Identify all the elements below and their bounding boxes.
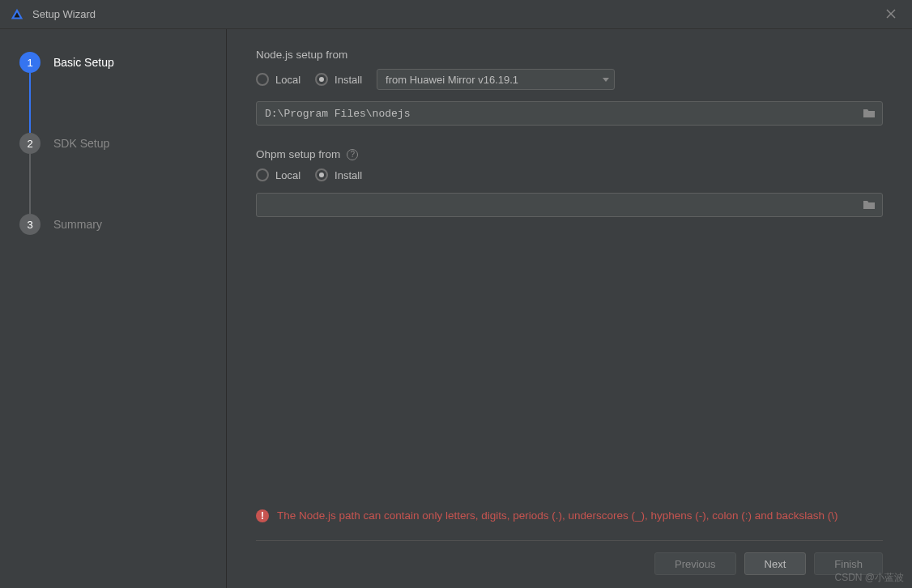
ohpm-path-input[interactable] [257,199,856,211]
nodejs-section-label: Node.js setup from [256,49,883,61]
nodejs-path-row [256,101,883,126]
close-button[interactable] [880,5,902,24]
step-summary[interactable]: 3 Summary [19,214,207,235]
titlebar: Setup Wizard [0,0,912,29]
radio-icon [315,73,328,86]
ohpm-path-row [256,193,883,217]
browse-button[interactable] [856,108,882,119]
step-connector [29,154,31,214]
ohpm-section-label: Ohpm setup from ? [256,148,883,160]
error-text: The Node.js path can contain only letter… [277,508,838,524]
radio-icon [315,168,328,181]
step-sdk-setup[interactable]: 2 SDK Setup [19,133,207,154]
error-icon: ! [256,509,269,522]
nodejs-path-input[interactable] [257,108,856,120]
dropdown-value: from Huawei Mirror v16.19.1 [386,74,518,86]
ohpm-radio-local[interactable]: Local [256,168,300,181]
step-number: 2 [19,133,40,154]
folder-icon [863,108,876,119]
radio-icon [256,73,269,86]
step-label: Summary [53,218,102,231]
folder-icon [863,199,876,211]
ohpm-radio-install[interactable]: Install [315,168,362,181]
step-label: SDK Setup [53,137,109,150]
next-button[interactable]: Next [744,552,807,575]
wizard-sidebar: 1 Basic Setup 2 SDK Setup 3 Summary [0,29,227,588]
nodejs-radio-local[interactable]: Local [256,73,300,86]
help-icon[interactable]: ? [347,149,358,160]
step-number: 1 [19,52,40,73]
ohpm-radio-row: Local Install [256,168,883,181]
watermark: CSDN @小蓝波 [834,571,904,585]
nodejs-radio-install[interactable]: Install [315,73,362,86]
error-message-row: ! The Node.js path can contain only lett… [256,508,883,524]
browse-button[interactable] [856,199,882,211]
previous-button[interactable]: Previous [654,552,736,575]
app-logo-icon [10,7,24,22]
step-label: Basic Setup [53,56,114,69]
close-icon [886,9,896,19]
step-basic-setup[interactable]: 1 Basic Setup [19,52,207,73]
window-title: Setup Wizard [32,8,880,20]
radio-icon [256,168,269,181]
nodejs-radio-row: Local Install from Huawei Mirror v16.19.… [256,69,883,90]
chevron-down-icon [603,78,609,82]
nodejs-version-dropdown[interactable]: from Huawei Mirror v16.19.1 [377,69,615,90]
step-connector [29,73,31,133]
wizard-footer: Previous Next Finish [256,540,883,575]
step-number: 3 [19,214,40,235]
